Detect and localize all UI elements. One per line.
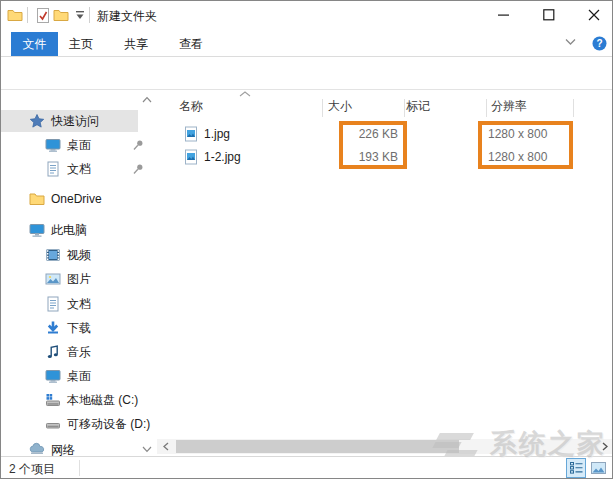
sidebar-item-onedrive[interactable]: OneDrive — [1, 188, 138, 210]
items-count: 2 个项目 — [9, 461, 55, 478]
column-separator — [486, 99, 487, 117]
scrollbar-thumb[interactable] — [176, 440, 459, 453]
monitor-icon — [45, 137, 61, 153]
details-view-button[interactable] — [566, 458, 586, 478]
explorer-window: 新建文件夹 文件 主页 共享 查看 ? — [0, 0, 613, 479]
sidebar-item-label: 快速访问 — [51, 113, 99, 130]
pin-icon[interactable] — [132, 139, 144, 151]
address-bar-row: 新建文件夹 — [1, 57, 612, 89]
sidebar-item-label: 桌面 — [67, 368, 91, 385]
column-header-tags[interactable]: 标记 — [406, 98, 430, 115]
sidebar-item-desktop-pinned[interactable]: 桌面 — [1, 134, 138, 156]
minimize-button[interactable] — [488, 1, 520, 29]
monitor-icon — [45, 368, 61, 384]
hard-disk-windows-icon — [45, 392, 61, 408]
close-button[interactable] — [578, 1, 610, 29]
highlight-box-size — [339, 121, 407, 169]
pin-icon[interactable] — [132, 163, 144, 175]
titlebar-separator — [27, 7, 28, 23]
sidebar-item-videos[interactable]: 视频 — [1, 244, 138, 266]
sidebar-item-label: 图片 — [67, 271, 91, 288]
sidebar-item-this-pc[interactable]: 此电脑 — [1, 219, 138, 241]
column-header-resolution[interactable]: 分辨率 — [491, 98, 527, 115]
sidebar-item-documents-pinned[interactable]: 文档 — [1, 158, 138, 180]
window-folder-icon — [6, 6, 24, 24]
sidebar-item-label: 文档 — [67, 161, 91, 178]
file-name: 1.jpg — [204, 127, 230, 141]
onedrive-folder-icon — [29, 191, 45, 207]
sidebar-item-removable-disk-d[interactable]: 可移动设备 (D:) — [1, 413, 138, 435]
sidebar-item-quick-access[interactable]: 快速访问 — [1, 110, 138, 132]
music-note-icon — [45, 344, 61, 360]
ribbon-tab-bar: 文件 主页 共享 查看 ? — [1, 29, 612, 57]
sidebar-item-pictures[interactable]: 图片 — [1, 268, 138, 290]
scroll-left-arrow[interactable] — [159, 440, 173, 453]
column-header-size[interactable]: 大小 — [328, 98, 352, 115]
star-icon — [29, 113, 45, 129]
titlebar-separator — [89, 7, 90, 23]
jpg-file-icon — [183, 149, 199, 165]
sidebar-item-downloads[interactable]: 下载 — [1, 317, 138, 339]
film-icon — [45, 247, 61, 263]
column-header-name[interactable]: 名称 — [179, 98, 203, 115]
new-folder-button[interactable] — [52, 6, 70, 24]
column-separator — [573, 99, 574, 117]
tab-home[interactable]: 主页 — [61, 32, 101, 56]
tab-share[interactable]: 共享 — [116, 32, 156, 56]
properties-button[interactable] — [34, 6, 52, 24]
sidebar-item-label: 视频 — [67, 247, 91, 264]
maximize-button[interactable] — [533, 1, 565, 29]
tab-file[interactable]: 文件 — [11, 32, 58, 56]
sidebar-scroll-down-arrow[interactable] — [140, 443, 154, 455]
document-icon — [45, 296, 61, 312]
sidebar-item-label: 桌面 — [67, 137, 91, 154]
file-name: 1-2.jpg — [204, 150, 241, 164]
tab-view[interactable]: 查看 — [171, 32, 211, 56]
jpg-file-icon — [183, 126, 199, 142]
download-arrow-icon — [45, 320, 61, 336]
sidebar-item-label: 此电脑 — [51, 222, 87, 239]
hard-disk-icon — [45, 416, 61, 432]
sidebar-item-local-disk-c[interactable]: 本地磁盘 (C:) — [1, 389, 138, 411]
expand-ribbon-chevron[interactable] — [565, 38, 576, 46]
sidebar-scroll-up-arrow[interactable] — [140, 93, 154, 105]
sidebar-item-label: 文档 — [67, 296, 91, 313]
column-separator — [404, 99, 405, 117]
sidebar-item-desktop[interactable]: 桌面 — [1, 365, 138, 387]
sidebar-item-music[interactable]: 音乐 — [1, 341, 138, 363]
status-bar: 2 个项目 — [1, 456, 612, 479]
large-icons-view-button[interactable] — [588, 458, 608, 478]
sidebar-item-documents[interactable]: 文档 — [1, 293, 138, 315]
sidebar-item-label: 下载 — [67, 320, 91, 337]
document-icon — [45, 161, 61, 177]
column-separator — [322, 99, 323, 117]
scroll-right-arrow[interactable] — [598, 440, 612, 453]
sidebar-item-label: 音乐 — [67, 344, 91, 361]
title-bar: 新建文件夹 — [1, 1, 612, 29]
content-area: 快速访问 桌面 文档 OneDrive — [1, 89, 612, 456]
status-separator — [79, 460, 80, 476]
svg-text:?: ? — [596, 38, 602, 49]
highlight-box-resolution — [478, 121, 573, 169]
picture-icon — [45, 271, 61, 287]
computer-icon — [29, 222, 45, 238]
customize-quick-access-button[interactable] — [71, 6, 89, 24]
window-title: 新建文件夹 — [97, 8, 157, 25]
horizontal-scrollbar[interactable] — [157, 439, 613, 454]
sidebar-item-label: 本地磁盘 (C:) — [67, 392, 138, 409]
sidebar-item-label: 可移动设备 (D:) — [67, 416, 150, 433]
sidebar-item-label: OneDrive — [51, 192, 102, 206]
column-header-row: 名称 大小 标记 分辨率 — [157, 94, 613, 118]
help-icon[interactable]: ? — [592, 36, 607, 51]
